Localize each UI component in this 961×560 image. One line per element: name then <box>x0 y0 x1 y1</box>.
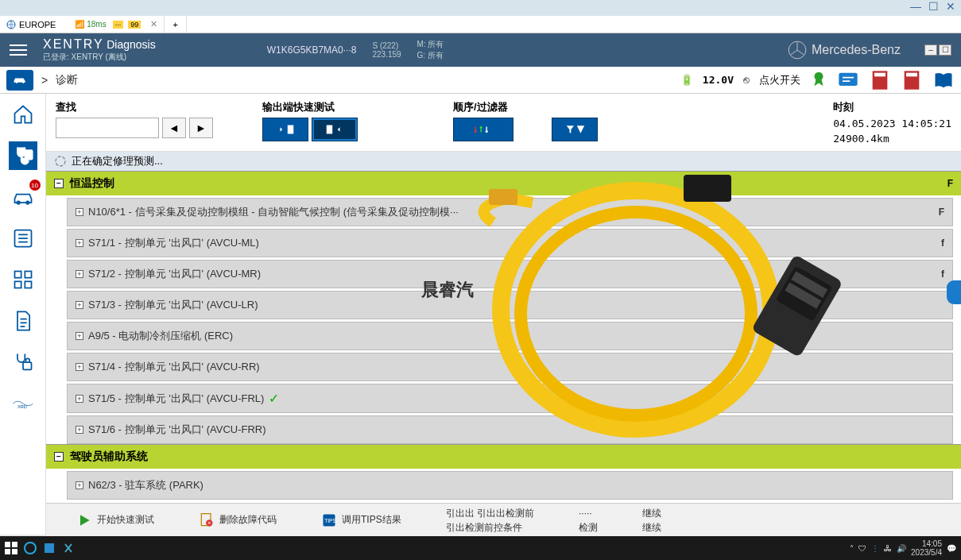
start-quicktest-button[interactable]: 开始快速测试 <box>70 509 161 531</box>
car-icon <box>13 75 27 84</box>
ecu-label: A9/5 - 电动制冷剂压缩机 (ERC) <box>88 329 233 343</box>
badge-1: ··· <box>113 21 124 29</box>
vin-block: W1K6G5KB7MA0···8 <box>267 44 357 56</box>
windows-start-icon[interactable] <box>5 542 17 554</box>
tray-net-icon[interactable]: 🖧 <box>884 544 892 553</box>
svg-rect-34 <box>12 549 17 554</box>
book-button[interactable] <box>932 69 955 91</box>
window-min-button[interactable]: — <box>909 0 923 13</box>
breadcrumb-arrow: > <box>41 74 48 87</box>
globe-icon <box>6 20 16 29</box>
tray-notif-icon[interactable]: 💬 <box>947 544 956 553</box>
output-test-right-button[interactable] <box>312 118 358 141</box>
collapse-icon: − <box>54 452 64 462</box>
home-icon <box>12 103 34 126</box>
browser-tab-europe[interactable]: EUROPE 📶 18ms ··· 99 ✕ <box>0 16 165 33</box>
ecu-row[interactable]: +S71/5 - 控制单元 '出风口' (AVCU-FRL)✓ <box>67 384 953 413</box>
clear-dtc-button[interactable]: 删除故障代码 <box>192 509 283 531</box>
tray-clock[interactable]: 14:05 2023/5/4 <box>911 539 942 557</box>
expand-icon: + <box>76 395 83 403</box>
ecu-row[interactable]: +N62/3 - 驻车系统 (PARK) <box>67 471 953 500</box>
export-precond-button[interactable]: 引出出 引出出检测前 引出检测前控条件 <box>440 505 541 535</box>
lock-steth-icon <box>12 351 34 373</box>
rail-faults[interactable]: 10 <box>9 183 37 211</box>
svg-rect-12 <box>14 272 21 278</box>
taskbar-app-1-icon[interactable] <box>24 542 37 554</box>
svg-rect-3 <box>839 72 857 85</box>
group-header[interactable]: −恒温控制F <box>46 171 961 195</box>
pdf-button-2[interactable] <box>901 69 923 91</box>
inner-min-button[interactable]: – <box>924 44 937 56</box>
menu-button[interactable] <box>10 41 27 59</box>
rail-doc[interactable] <box>9 307 37 335</box>
mg-detail: M: 所有 G: 所有 <box>417 39 444 61</box>
breadcrumb-bar: > 诊断 🔋 12.0V ⎋ 点火开关 <box>0 67 961 94</box>
check-button[interactable]: ····· 检测 <box>572 505 604 535</box>
taskbar-app-2-icon[interactable] <box>43 542 56 554</box>
continue-button[interactable]: 继续 继续 <box>636 505 668 535</box>
expand-icon: + <box>76 239 83 247</box>
ecu-row[interactable]: +S71/6 - 控制单元 '出风口' (AVCU-FRR) <box>67 415 953 444</box>
new-tab-button[interactable]: + <box>165 16 187 33</box>
star-icon <box>788 41 807 60</box>
tray-bt-icon[interactable]: ⋮ <box>871 544 879 553</box>
tray-up-icon[interactable]: ˄ <box>850 544 854 553</box>
svg-point-2 <box>815 72 823 81</box>
battery-icon: 🔋 <box>680 74 693 86</box>
sort-button[interactable] <box>453 118 513 141</box>
xrd-icon: XRD <box>12 392 34 415</box>
search-prev-button[interactable]: ◄ <box>162 118 186 138</box>
collapse-icon: − <box>54 179 64 188</box>
rail-lock[interactable] <box>9 348 37 377</box>
tips-button[interactable]: TIPS 调用TIPS结果 <box>315 509 408 531</box>
window-max-button[interactable]: ☐ <box>926 0 940 13</box>
badge-2: 99 <box>128 21 141 29</box>
play-icon <box>76 512 92 528</box>
search-next-button[interactable]: ► <box>189 118 213 138</box>
award-icon[interactable] <box>810 70 827 90</box>
expand-icon: + <box>76 208 83 216</box>
status-strip: 正在确定修理预测... <box>46 152 961 171</box>
rail-grid[interactable] <box>9 265 37 294</box>
ecu-label: S71/6 - 控制单元 '出风口' (AVCU-FRR) <box>88 423 266 437</box>
rail-diagnosis[interactable] <box>9 141 37 170</box>
taskbar-app-3-icon[interactable] <box>62 542 75 554</box>
tray-vol-icon[interactable]: 🔊 <box>897 544 906 553</box>
ecu-row[interactable]: +S71/2 - 控制单元 '出风口' (AVCU-MR)f <box>67 260 953 288</box>
search-label: 查找 <box>56 100 246 114</box>
ecu-label: S71/5 - 控制单元 '出风口' (AVCU-FRL) <box>88 392 264 406</box>
svg-text:TIPS: TIPS <box>324 518 336 523</box>
output-test-left-button[interactable] <box>262 118 308 141</box>
system-tray: ˄ 🛡 ⋮ 🖧 🔊 14:05 2023/5/4 💬 <box>850 539 956 557</box>
svg-point-35 <box>25 543 36 554</box>
breadcrumb-text: 诊断 <box>56 73 78 87</box>
ecu-list[interactable]: −恒温控制F+N10/6*1 - 信号采集及促动控制模组 - 自动智能气候控制 … <box>46 171 961 535</box>
ecu-row[interactable]: +A9/5 - 电动制冷剂压缩机 (ERC) <box>67 322 953 350</box>
svg-rect-32 <box>12 542 17 547</box>
tab-close-icon[interactable]: ✕ <box>150 19 157 29</box>
vehicle-icon-badge[interactable] <box>6 70 33 91</box>
filter-row: 查找 ◄ ► 输出端快速测试 顺序/过滤器 <box>46 94 961 152</box>
scroll-handle[interactable] <box>947 280 961 304</box>
fault-count-badge: 10 <box>29 180 41 191</box>
rail-xrd[interactable]: XRD <box>9 389 37 418</box>
search-input[interactable] <box>56 118 159 138</box>
pdf-button-1[interactable] <box>869 69 891 91</box>
ecu-row[interactable]: +S71/4 - 控制单元 '出风口' (AVCU-RR) <box>67 353 953 381</box>
window-close-button[interactable]: ✕ <box>944 0 958 13</box>
ecu-row[interactable]: +N10/6*1 - 信号采集及促动控制模组 - 自动智能气候控制 (信号采集及… <box>67 198 953 226</box>
stethoscope-icon <box>12 145 34 167</box>
rail-list[interactable] <box>9 224 37 253</box>
tray-shield-icon[interactable]: 🛡 <box>858 544 866 553</box>
filter-button[interactable] <box>552 118 598 141</box>
ecu-row[interactable]: +S71/3 - 控制单元 '出风口' (AVCU-LR) <box>67 291 953 319</box>
ecu-label: S71/1 - 控制单元 '出风口' (AVCU-ML) <box>88 236 259 250</box>
inner-max-button[interactable]: ☐ <box>939 44 951 56</box>
expand-icon: + <box>76 270 83 278</box>
group-flag: F <box>947 178 953 189</box>
rail-home[interactable] <box>9 100 37 129</box>
chat-button[interactable] <box>837 69 859 91</box>
ecu-row[interactable]: +S71/1 - 控制单元 '出风口' (AVCU-ML)f <box>67 229 953 257</box>
group-header[interactable]: −驾驶员辅助系统 <box>46 444 961 469</box>
row-flag: F <box>939 207 944 218</box>
